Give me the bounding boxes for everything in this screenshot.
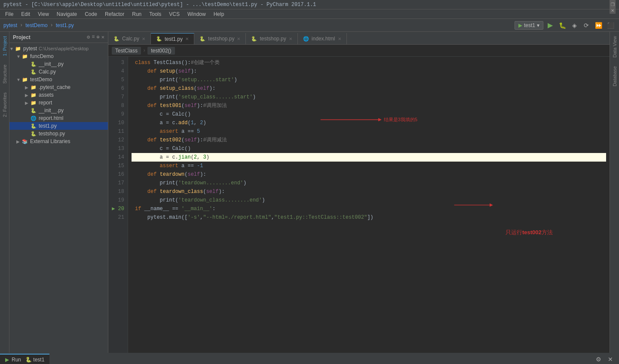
- code-line-5: print('setup......start'): [132, 76, 606, 84]
- tree-root-pytest[interactable]: ▼ 📁 pytest C:\Users\apple\Desktop: [9, 45, 108, 52]
- title-bar: pytest - [C:\Users\apple\Desktop\untitle…: [0, 0, 619, 9]
- tab-html-close[interactable]: ✕: [338, 37, 341, 41]
- toolbar: pytest › testDemo › test1.py ▶ test1 ▾ ▶…: [0, 19, 619, 32]
- breadcrumb-file[interactable]: test1.py: [56, 22, 74, 28]
- bottom-tab-run[interactable]: ▶ Run 🐍 test1: [0, 354, 49, 364]
- menu-window[interactable]: Window: [184, 10, 209, 18]
- code-line-16: def teardown(self):: [132, 170, 606, 179]
- annotation-test002: 只运行test002方法: [506, 228, 553, 237]
- tabs-bar: 🐍 Calc.py ✕ 🐍 test1.py ✕ 🐍 testshop.py ✕…: [108, 32, 610, 45]
- run-config-icon: ▶: [518, 22, 522, 28]
- tree-arrow-funcdemo: ▼: [16, 54, 21, 59]
- tree-label-pytest: pytest: [23, 46, 37, 52]
- tree-folder-report[interactable]: ▶ 📁 report: [9, 99, 108, 107]
- project-title: Project: [13, 34, 31, 40]
- close-button[interactable]: ✕: [610, 8, 616, 14]
- menu-refactor[interactable]: Refactor: [101, 10, 128, 18]
- menu-run[interactable]: Run: [129, 10, 145, 18]
- tab-test1-close[interactable]: ✕: [185, 37, 189, 41]
- gutter-21: 21: [110, 213, 124, 222]
- menu-bar: File Edit View Navigate Code Refactor Ru…: [0, 9, 619, 19]
- breadcrumb-demo[interactable]: testDemo: [25, 22, 47, 28]
- tree-folder-assets[interactable]: ▶ 📁 assets: [9, 91, 108, 99]
- rerun-button[interactable]: ⏩: [593, 21, 604, 30]
- tree-file-testshop[interactable]: 🐍 testshop.py: [9, 130, 108, 138]
- menu-tools[interactable]: Tools: [146, 10, 165, 18]
- tree-folder-funcdemo[interactable]: ▼ 📁 funcDemo: [9, 52, 108, 60]
- tree-folder-testdemo[interactable]: ▼ 📁 testDemo: [9, 76, 108, 83]
- tab-test1-icon: 🐍: [156, 36, 162, 42]
- project-root-icon: 📁: [15, 45, 21, 52]
- menu-navigate[interactable]: Navigate: [53, 10, 80, 18]
- tab-database[interactable]: Database: [610, 62, 619, 91]
- tree-label-assets: assets: [39, 92, 54, 98]
- left-vertical-tabs: 1: Project Structure 2: Favorites: [0, 32, 9, 353]
- tree-file-init-test[interactable]: 🐍 __init__.py: [9, 107, 108, 114]
- stop-button[interactable]: ⬛: [605, 21, 616, 30]
- code-line-18: def teardown_class(self):: [132, 187, 606, 196]
- gutter-14: 14: [110, 153, 124, 162]
- breadcrumb-project[interactable]: pytest: [3, 22, 17, 28]
- tab-project-vertical[interactable]: 1: Project: [0, 32, 9, 60]
- bottom-tabs-right: ⚙ ✕: [593, 355, 619, 364]
- menu-view[interactable]: View: [34, 10, 52, 18]
- code-line-19: print('teardown_class........end'): [132, 196, 606, 205]
- gutter-12: 12: [110, 136, 124, 144]
- gutter-3: 3: [110, 58, 124, 67]
- tab-calc-close[interactable]: ✕: [142, 37, 145, 41]
- tree-file-test1[interactable]: 🐍 test1.py: [9, 122, 108, 130]
- main-area: 1: Project Structure 2: Favorites Projec…: [0, 32, 619, 353]
- tab-testshop1-close[interactable]: ✕: [237, 37, 240, 41]
- folder-cache-icon: 📁: [30, 84, 37, 91]
- py-icon-test1: 🐍: [30, 122, 37, 129]
- debug-button[interactable]: 🐛: [557, 21, 567, 30]
- gutter-9: 9: [110, 110, 124, 119]
- toolbar-right: ▶ test1 ▾ ▶ 🐛 ◈ ⟳ ⏩ ⬛: [515, 21, 616, 30]
- sync-icon[interactable]: ⚙: [87, 34, 90, 40]
- menu-edit[interactable]: Edit: [18, 10, 34, 18]
- maximize-button[interactable]: ❐: [610, 2, 616, 8]
- tab-structure-vertical[interactable]: Structure: [0, 60, 9, 88]
- tree-external-libs[interactable]: ▶ 📚 External Libraries: [9, 138, 108, 145]
- tab-favorites-vertical[interactable]: 2: Favorites: [0, 88, 9, 121]
- tab-data-view[interactable]: Data View: [610, 32, 619, 62]
- menu-vcs[interactable]: VCS: [165, 10, 183, 18]
- tab-testshop2[interactable]: 🐍 testshop.py ✕: [246, 33, 297, 44]
- gutter-17: 17: [110, 179, 124, 187]
- py-icon-testshop: 🐍: [30, 130, 37, 137]
- bottom-close-icon[interactable]: ✕: [605, 355, 616, 364]
- menu-help[interactable]: Help: [210, 10, 228, 18]
- breadcrumb-method[interactable]: test002(): [147, 47, 175, 55]
- gear-icon[interactable]: ≡: [92, 34, 95, 40]
- close-panel-icon[interactable]: ✕: [101, 34, 104, 40]
- code-line-9: c = Calc(): [132, 110, 606, 119]
- code-line-7: print('setup_class......start'): [132, 93, 606, 101]
- tree-folder-pytest-cache[interactable]: ▶ 📁 .pytest_cache: [9, 83, 108, 91]
- bottom-settings-icon[interactable]: ⚙: [593, 355, 604, 364]
- menu-code[interactable]: Code: [81, 10, 101, 18]
- run-button[interactable]: ▶: [545, 21, 555, 30]
- tree-arrow-empty: [25, 62, 30, 67]
- code-line-15: assert a == -1: [132, 162, 606, 170]
- gutter-8: 8: [110, 101, 124, 110]
- run-config-name: test1: [524, 22, 535, 28]
- code-line-3: class TestClass():#创建一个类: [132, 58, 606, 67]
- profile-button[interactable]: ⟳: [581, 21, 591, 30]
- code-editor[interactable]: class TestClass():#创建一个类 def setup(self)…: [128, 57, 610, 353]
- tab-testshop2-close[interactable]: ✕: [289, 37, 292, 41]
- run-config-selector[interactable]: ▶ test1 ▾: [515, 21, 543, 30]
- tab-test1[interactable]: 🐍 test1.py ✕: [151, 33, 194, 44]
- tree-file-init-func[interactable]: 🐍 __init__.py: [9, 60, 108, 68]
- gutter-18: 18: [110, 187, 124, 196]
- tab-index-html[interactable]: 🌐 index.html ✕: [298, 33, 347, 44]
- tree-label-funcdemo: funcDemo: [30, 53, 54, 59]
- tab-testshop1[interactable]: 🐍 testshop.py ✕: [194, 33, 246, 44]
- run-tab-test-label: 🐍 test1: [25, 357, 44, 363]
- tab-calc[interactable]: 🐍 Calc.py ✕: [108, 33, 151, 44]
- breadcrumb-class[interactable]: TestClass: [112, 47, 141, 55]
- settings-icon[interactable]: ⊕: [97, 34, 100, 40]
- tree-file-calc[interactable]: 🐍 Calc.py: [9, 68, 108, 76]
- coverage-button[interactable]: ◈: [569, 21, 579, 30]
- menu-file[interactable]: File: [2, 10, 17, 18]
- tree-file-report-html[interactable]: 🌐 report.html: [9, 114, 108, 122]
